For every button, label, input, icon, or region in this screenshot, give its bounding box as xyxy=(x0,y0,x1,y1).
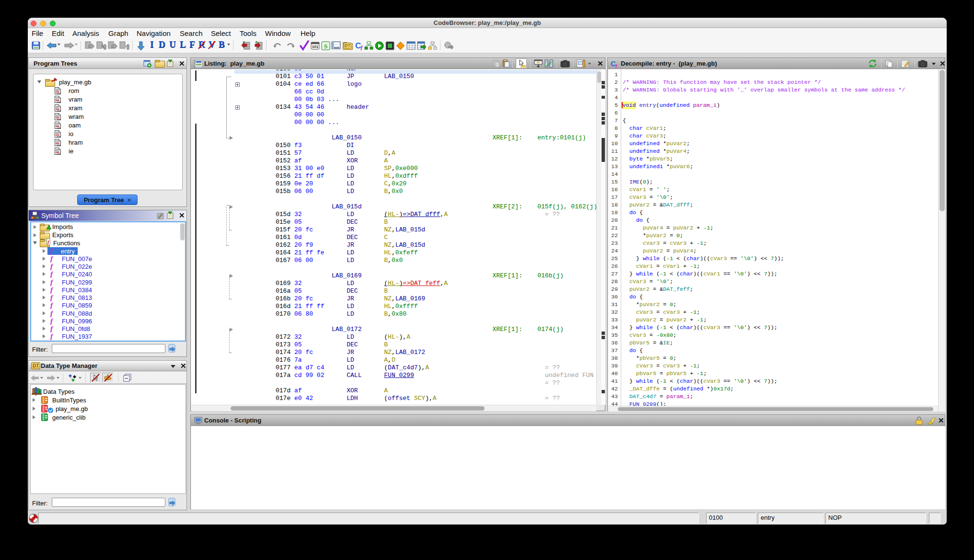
svg-text:f: f xyxy=(615,63,618,68)
svg-text:S: S xyxy=(324,43,327,50)
svg-text:101: 101 xyxy=(312,45,319,49)
svg-text:f: f xyxy=(360,44,363,50)
